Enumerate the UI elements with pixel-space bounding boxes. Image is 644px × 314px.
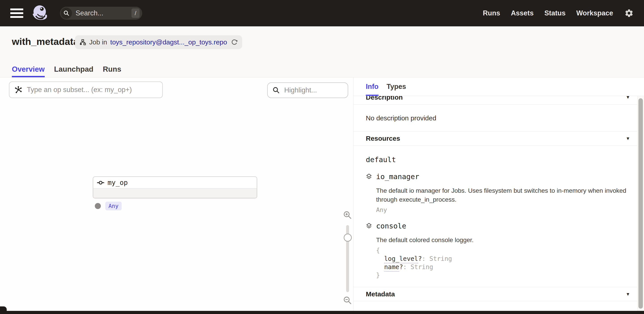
repo-link[interactable]: toys_repository@dagst..._op_toys.repo <box>110 38 227 46</box>
op-icon <box>97 180 104 185</box>
job-repo-badge: Job in toys_repository@dagst..._op_toys.… <box>75 35 242 49</box>
output-handle[interactable] <box>95 203 101 209</box>
zoom-slider-thumb[interactable] <box>344 234 352 242</box>
zoom-out-icon[interactable] <box>343 296 352 305</box>
bottom-bar <box>0 311 644 314</box>
nav-link-runs[interactable]: Runs <box>483 9 500 17</box>
resources-body: default io_manager The default io manage… <box>354 146 644 287</box>
output-type-badge[interactable]: Any <box>105 202 122 210</box>
section-header-resources[interactable]: Resources ▼ <box>354 131 644 146</box>
panel-scrollbar[interactable] <box>637 96 644 314</box>
info-panel: Info Types Description ▼ No description … <box>353 77 644 314</box>
search-shortcut-key: / <box>132 8 140 18</box>
panel-tabs: Info Types <box>354 77 644 96</box>
highlight-search-icon <box>272 86 280 94</box>
op-subset-input[interactable] <box>9 82 163 98</box>
nav-link-status[interactable]: Status <box>544 9 566 17</box>
tab-overview[interactable]: Overview <box>12 61 45 77</box>
chevron-down-icon: ▼ <box>626 136 630 141</box>
resource-name: io_manager <box>376 172 419 181</box>
resource-item-io-manager: io_manager The default io manager for Jo… <box>366 172 632 213</box>
op-node-name: my_op <box>108 179 128 186</box>
op-selector-icon <box>14 85 23 94</box>
panel-tab-info[interactable]: Info <box>366 77 378 96</box>
resource-item-console: console The default colored console logg… <box>366 222 632 279</box>
resources-title: Resources <box>366 135 400 142</box>
page-title: with_metadata <box>12 36 79 47</box>
global-search[interactable]: / <box>60 7 142 20</box>
nav-link-workspace[interactable]: Workspace <box>576 9 613 17</box>
section-header-description[interactable]: Description ▼ <box>354 96 644 105</box>
op-node-body <box>93 188 257 198</box>
chevron-down-icon: ▼ <box>626 292 630 297</box>
op-node-my-op[interactable]: my_op <box>93 176 257 198</box>
panel-scroll-area[interactable]: Description ▼ No description provided Re… <box>354 96 644 311</box>
resource-group-name: default <box>366 156 632 164</box>
resource-type: Any <box>376 206 632 213</box>
description-body: No description provided <box>354 105 644 131</box>
search-icon <box>61 7 72 19</box>
tab-launchpad[interactable]: Launchpad <box>54 61 94 77</box>
resource-description: The default io manager for Jobs. Uses fi… <box>376 186 631 204</box>
settings-gear-icon[interactable] <box>624 8 634 18</box>
reload-repo-icon[interactable] <box>231 39 238 46</box>
zoom-in-icon[interactable] <box>343 210 352 220</box>
op-output: Any <box>95 202 122 210</box>
chevron-down-icon: ▼ <box>626 96 630 100</box>
panel-scrollbar-thumb[interactable] <box>638 98 643 309</box>
panel-tab-types[interactable]: Types <box>386 77 406 96</box>
resource-description: The default colored console logger. <box>376 236 631 245</box>
search-input[interactable] <box>72 9 132 17</box>
config-field-name[interactable]: log_level <box>384 255 418 263</box>
section-header-metadata[interactable]: Metadata ▼ <box>354 287 644 301</box>
resource-layers-icon <box>366 223 372 229</box>
top-navbar: / Runs Assets Status Workspace <box>0 0 644 26</box>
metadata-body: owner data team link https://dagster.io <box>354 301 644 311</box>
zoom-slider[interactable] <box>346 225 349 292</box>
job-badge-prefix: Job in <box>89 38 107 46</box>
config-field-name[interactable]: name <box>384 263 399 272</box>
job-graph-icon <box>80 39 86 46</box>
hamburger-menu-icon[interactable] <box>10 8 23 18</box>
resource-layers-icon <box>366 173 372 180</box>
config-schema: { log_level?: String name?: String } <box>376 246 632 279</box>
tab-runs[interactable]: Runs <box>103 61 122 77</box>
page-header: with_metadata Job in toys_repository@dag… <box>0 26 644 77</box>
metadata-title: Metadata <box>366 290 395 298</box>
description-title: Description <box>366 96 403 101</box>
resource-name: console <box>376 222 406 230</box>
nav-link-assets[interactable]: Assets <box>511 9 534 17</box>
graph-canvas[interactable]: my_op Any <box>0 77 353 314</box>
page-tabs: Overview Launchpad Runs <box>12 61 121 77</box>
dagster-logo-icon[interactable] <box>31 3 50 23</box>
